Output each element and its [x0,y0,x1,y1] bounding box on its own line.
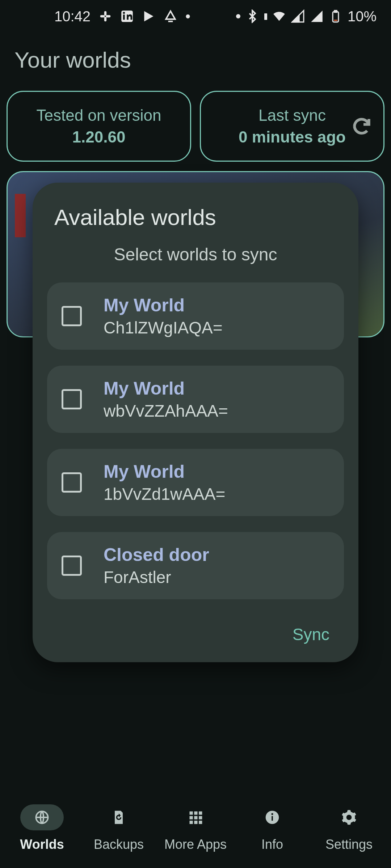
world-id: wbVvZZAhAAA= [104,401,228,421]
svg-rect-18 [199,816,202,819]
svg-rect-17 [194,816,197,819]
file-restore-icon [97,804,140,830]
gear-icon [327,804,371,830]
globe-icon [20,804,64,830]
world-name: My World [104,378,228,399]
world-checkbox[interactable] [62,556,82,576]
svg-rect-19 [190,821,193,824]
world-item[interactable]: My World 1bVvZd1wAAA= [47,449,344,516]
world-id: 1bVvZd1wAAA= [104,484,225,504]
world-name: Closed door [104,544,209,565]
nav-label: Info [261,837,283,852]
nav-info[interactable]: Info [234,804,311,852]
svg-rect-20 [194,821,197,824]
svg-rect-23 [272,816,273,821]
svg-rect-14 [194,812,197,815]
world-id: ForAstler [104,567,209,587]
nav-more-apps[interactable]: More Apps [157,804,234,852]
svg-rect-13 [190,812,193,815]
world-id: Ch1lZWgIAQA= [104,318,223,337]
nav-label: More Apps [164,837,227,852]
info-icon [251,804,294,830]
svg-rect-16 [190,816,193,819]
world-list: My World Ch1lZWgIAQA= My World wbVvZZAhA… [47,282,344,599]
world-checkbox[interactable] [62,389,82,409]
dialog-subtitle: Select worlds to sync [47,244,344,264]
nav-label: Backups [94,837,144,852]
world-name: My World [104,295,223,316]
world-item[interactable]: My World wbVvZZAhAAA= [47,366,344,433]
world-item[interactable]: My World Ch1lZWgIAQA= [47,282,344,350]
svg-rect-15 [199,812,202,815]
nav-settings[interactable]: Settings [311,804,387,852]
bottom-nav: Worlds Backups More Apps Info Settings [0,796,391,868]
nav-label: Worlds [20,837,64,852]
dialog-actions: Sync [47,625,344,644]
available-worlds-dialog: Available worlds Select worlds to sync M… [33,183,358,662]
world-name: My World [104,461,225,482]
world-item[interactable]: Closed door ForAstler [47,532,344,599]
grid-icon [174,804,217,830]
svg-rect-21 [199,821,202,824]
nav-label: Settings [325,837,373,852]
svg-point-24 [271,813,273,815]
nav-worlds[interactable]: Worlds [4,804,80,852]
dialog-title: Available worlds [54,204,337,230]
world-checkbox[interactable] [62,306,82,326]
nav-backups[interactable]: Backups [80,804,157,852]
sync-button[interactable]: Sync [293,625,329,644]
world-checkbox[interactable] [62,472,82,493]
